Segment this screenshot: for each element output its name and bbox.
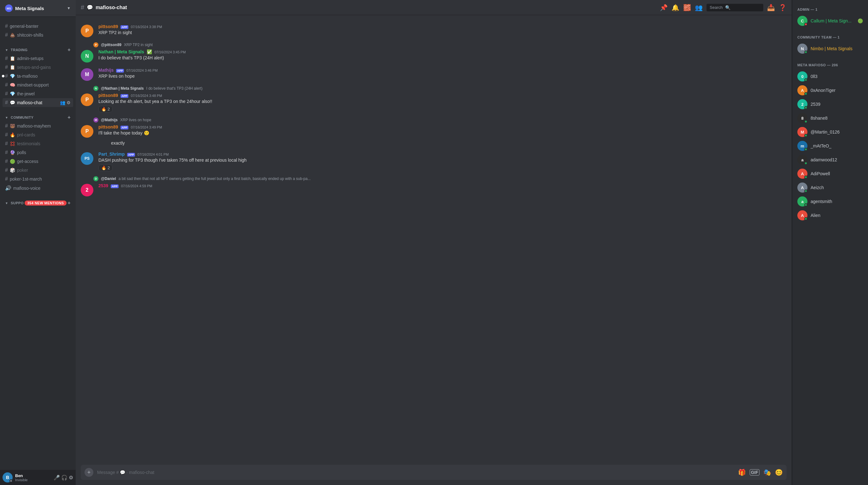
trading-section-header[interactable]: ▼ TRADING +: [2, 46, 73, 54]
channel-poker[interactable]: # 🎲 poker: [2, 166, 73, 175]
meta-mafioso-section-header: META MAFIOSO — 206: [792, 61, 868, 69]
channel-mafioso-mayhem[interactable]: # 🐻 mafioso-mayhem: [2, 121, 73, 131]
avatar: PS: [81, 152, 93, 165]
message-username[interactable]: Part_Shrimp: [98, 151, 125, 156]
message-username[interactable]: pittson89: [98, 24, 118, 29]
chat-bubble-icon: 💬: [87, 4, 93, 10]
member-callum[interactable]: C Callum | Meta Sign... 🟢: [792, 14, 868, 28]
channel-pnl-cards[interactable]: # 🔥 pnl-cards: [2, 131, 73, 139]
channel-polls[interactable]: # 🔮 polls: [2, 148, 73, 157]
channel-item-shitcoin-shills[interactable]: # 💩 shitcoin-shills: [2, 31, 73, 39]
member-nimbo[interactable]: N Nimbo | Meta Signals: [792, 42, 868, 56]
support-section-header[interactable]: ▼ SUPPO 354 NEW MENTIONS +: [2, 199, 73, 207]
message-text: XRP TP2 in sight: [98, 30, 786, 36]
channel-get-access[interactable]: # 🟢 get-access: [2, 157, 73, 166]
bot-badge: APP: [127, 153, 135, 156]
channel-mafioso-voice[interactable]: 🔊 mafioso-voice: [2, 183, 73, 193]
status-indicator: [804, 203, 807, 206]
add-channel-icon[interactable]: +: [67, 47, 71, 53]
hash-icon: #: [5, 82, 8, 88]
emoji-icon[interactable]: 😊: [775, 468, 783, 476]
message-username[interactable]: pittson89: [98, 124, 118, 130]
message-group: 2 2539 APP 07/16/2024 4:59 PM: [76, 182, 792, 198]
status-indicator: [804, 190, 807, 193]
channel-mindset-support[interactable]: # 🧠 mindset-support: [2, 81, 73, 89]
settings-icon[interactable]: ⚙: [67, 100, 71, 105]
search-bar[interactable]: Search 🔍: [707, 4, 763, 11]
channel-testimonials[interactable]: # 💢 testimonials: [2, 139, 73, 148]
message-username[interactable]: Nathan | Meta Signals: [98, 49, 144, 54]
channel-mafioso-chat[interactable]: # 💬 mafioso-chat 👥 ⚙: [2, 98, 73, 107]
message-username[interactable]: pittson89: [98, 93, 118, 98]
sticker-icon[interactable]: 🎭: [763, 468, 771, 476]
channel-ta-mafioso[interactable]: # 💎 ta-mafioso: [2, 72, 73, 81]
headset-icon[interactable]: 🎧: [61, 475, 67, 481]
channel-poker-1st-march[interactable]: # poker-1st-march: [2, 175, 73, 183]
member-0xanontiger[interactable]: A 0xAnonTiger: [792, 83, 868, 97]
server-name: Meta Signals: [15, 6, 44, 11]
message-header: pittson89 APP 07/16/2024 3:38 PM: [98, 24, 786, 29]
pin-icon[interactable]: 📌: [660, 4, 668, 11]
mute-icon[interactable]: 🎤: [54, 475, 60, 481]
user-info: Ben Invisible: [15, 473, 51, 482]
member-avatar: A: [797, 182, 807, 193]
message-username[interactable]: Mathijs: [98, 67, 114, 73]
add-attachment-button[interactable]: +: [85, 468, 93, 477]
avatar: N: [81, 50, 93, 62]
member-avatar: 0: [797, 72, 807, 82]
member-avatar: C: [797, 16, 807, 26]
block-icon[interactable]: 🧱: [683, 4, 691, 11]
reactions: 🔥 2: [98, 105, 786, 112]
member-adamwood12[interactable]: a adamwood12: [792, 153, 868, 167]
member-martin-0126[interactable]: M @Martin_0126: [792, 125, 868, 139]
member-adipowell[interactable]: A AdiPowell: [792, 167, 868, 181]
message-timestamp: 07/16/2024 3:49 PM: [131, 125, 162, 129]
member-alien[interactable]: A Alien: [792, 208, 868, 222]
community-section: ▼ COMMUNITY + # 🐻 mafioso-mayhem # 🔥 pnl…: [0, 108, 76, 194]
bot-badge: APP: [121, 25, 128, 29]
member-avatar: A: [797, 85, 807, 95]
reaction-fire[interactable]: 🔥 2: [98, 165, 113, 171]
reply-avatar: D: [93, 176, 98, 181]
community-section-header[interactable]: ▼ COMMUNITY +: [2, 113, 73, 121]
member-agentsmith[interactable]: a agentsmith: [792, 195, 868, 208]
channel-item-general-banter[interactable]: # general-banter: [2, 22, 73, 31]
reaction-fire[interactable]: 🔥 2: [98, 106, 113, 112]
message-timestamp: 07/16/2024 3:46 PM: [126, 68, 158, 72]
channel-admin-setups[interactable]: # 📋 admin-setups: [2, 54, 73, 63]
add-channel-icon[interactable]: +: [67, 200, 71, 206]
message-header: Mathijs APP 07/16/2024 3:46 PM: [98, 67, 786, 73]
mentions-badge: 354 NEW MENTIONS: [25, 200, 66, 205]
member-avatar: a: [797, 196, 807, 206]
member-mateo[interactable]: m _mAtTeO_: [792, 139, 868, 153]
hash-icon: #: [81, 4, 84, 11]
hash-icon: #: [5, 91, 8, 96]
channel-the-jewel[interactable]: # 💎 the-jewel: [2, 89, 73, 98]
top-channels: # general-banter # 💩 shitcoin-shills: [0, 17, 76, 41]
gif-icon[interactable]: GIF: [750, 469, 760, 476]
help-icon[interactable]: ❓: [779, 4, 786, 11]
inbox-icon[interactable]: 📥: [767, 4, 775, 11]
member-name: 0xAnonTiger: [811, 88, 836, 93]
channel-setups-and-gains[interactable]: # 📋 setups-and-gains: [2, 63, 73, 72]
message-username[interactable]: 2539: [98, 183, 108, 188]
member-0ll3[interactable]: 0 0ll3: [792, 69, 868, 83]
bell-icon[interactable]: 🔔: [672, 4, 679, 11]
message-text: exactly: [111, 140, 786, 146]
server-header[interactable]: MS Meta Signals ▼: [0, 0, 76, 17]
message-group: PS Part_Shrimp APP 07/16/2024 4:01 PM DA…: [76, 150, 792, 172]
member-name: 2539: [811, 102, 820, 107]
username-display: Ben: [15, 473, 51, 478]
members-icon[interactable]: 👥: [60, 100, 65, 105]
member-2539[interactable]: 2 2539: [792, 97, 868, 111]
members-icon[interactable]: 👥: [695, 4, 703, 11]
reply-username: @Nathan | Meta Signals: [101, 86, 144, 91]
member-aeizch[interactable]: A Aeizch: [792, 181, 868, 195]
member-8shane8[interactable]: 8 8shane8: [792, 111, 868, 125]
add-channel-icon[interactable]: +: [67, 115, 71, 120]
message-content: 2539 APP 07/16/2024 4:59 PM: [98, 183, 786, 196]
gift-icon[interactable]: 🎁: [738, 468, 746, 476]
member-name: 8shane8: [811, 116, 828, 121]
settings-icon[interactable]: ⚙: [69, 475, 73, 481]
message-input[interactable]: Message # 💬 · mafioso-chat: [97, 470, 734, 475]
